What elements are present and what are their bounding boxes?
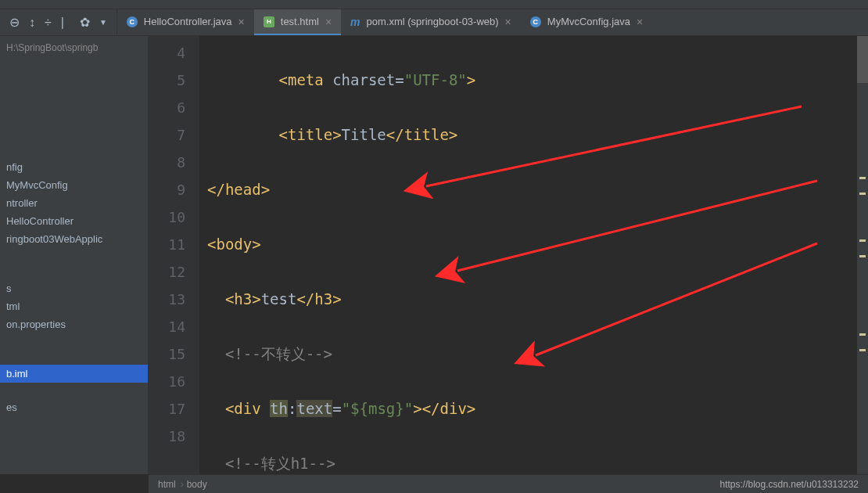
tab-label: MyMvcConfig.java <box>547 16 630 27</box>
html-icon: H <box>264 16 274 27</box>
xml-icon: m <box>350 16 360 28</box>
line-number: 7 <box>149 121 185 149</box>
scroll-mark <box>859 333 866 336</box>
java-icon: C <box>127 16 138 27</box>
editor-tabs: C HelloController.java × H test.html × m… <box>117 9 652 35</box>
dropdown-icon[interactable]: ▼ <box>99 18 107 27</box>
sidebar-item[interactable]: HelloController <box>0 212 148 230</box>
sidebar-item[interactable]: MyMvcConfig <box>0 176 148 194</box>
toolbar-icon-group: ⊖ ↕ ÷ | ✿ ▼ <box>0 9 117 35</box>
collapse-icon[interactable]: ⊖ <box>9 15 20 30</box>
tab-mymvcconfig[interactable]: C MyMvcConfig.java × <box>521 9 652 35</box>
scroll-mark <box>859 255 866 257</box>
line-number: 12 <box>149 258 185 286</box>
line-number: 17 <box>149 395 185 423</box>
project-path: H:\SpringBoot\springb <box>0 39 148 56</box>
line-number: 18 <box>149 423 185 450</box>
line-number: 9 <box>149 176 185 203</box>
sidebar-item[interactable]: b.iml <box>0 365 148 383</box>
crumb[interactable]: html <box>158 479 176 490</box>
main-area: H:\SpringBoot\springb nfig MyMvcConfig n… <box>0 36 868 474</box>
sidebar-item[interactable]: es <box>0 398 148 416</box>
line-number: 8 <box>149 149 185 176</box>
close-icon[interactable]: × <box>505 16 511 28</box>
divider: | <box>61 16 64 30</box>
expand-icon[interactable]: ↕ <box>29 16 35 30</box>
tab-label: HelloController.java <box>144 16 232 27</box>
line-gutter: 4 5 6 7 8 9 10 11 12 13 14 15 16 17 18 <box>149 36 199 474</box>
line-number: 14 <box>149 313 185 340</box>
line-number: 13 <box>149 286 185 313</box>
sidebar-item[interactable]: ntroller <box>0 194 148 212</box>
sidebar-item[interactable]: on.properties <box>0 315 148 333</box>
project-sidebar[interactable]: H:\SpringBoot\springb nfig MyMvcConfig n… <box>0 36 149 474</box>
breadcrumb-bar <box>0 0 868 9</box>
sidebar-item[interactable]: tml <box>0 297 148 315</box>
java-icon: C <box>530 16 541 27</box>
vertical-scrollbar[interactable] <box>857 36 868 474</box>
scroll-mark <box>859 193 866 195</box>
show-icon[interactable]: ÷ <box>45 16 52 30</box>
line-number: 6 <box>149 94 185 121</box>
editor[interactable]: 4 5 6 7 8 9 10 11 12 13 14 15 16 17 18 <… <box>149 36 868 474</box>
close-icon[interactable]: × <box>239 16 245 28</box>
line-number: 16 <box>149 368 185 395</box>
scroll-mark <box>859 177 866 179</box>
tab-pom-xml[interactable]: m pom.xml (springboot-03-web) × <box>341 9 521 35</box>
scroll-mark <box>859 239 866 242</box>
sidebar-item[interactable]: nfig <box>0 158 148 176</box>
toolbar: ⊖ ↕ ÷ | ✿ ▼ C HelloController.java × H t… <box>0 9 868 36</box>
sidebar-item[interactable]: ringboot03WebApplic <box>0 230 148 248</box>
line-number: 15 <box>149 340 185 368</box>
crumb[interactable]: body <box>187 479 207 490</box>
close-icon[interactable]: × <box>325 16 332 28</box>
scroll-thumb[interactable] <box>857 36 868 83</box>
close-icon[interactable]: × <box>637 16 643 28</box>
tab-label: test.html <box>281 16 319 27</box>
tab-test-html[interactable]: H test.html × <box>254 9 341 35</box>
breadcrumb[interactable]: html body <box>158 479 207 490</box>
code-content[interactable]: <meta charset="UTF-8"> <title>Title</tit… <box>199 36 868 474</box>
line-number: 5 <box>149 67 185 94</box>
watermark: https://blog.csdn.net/u013313232 <box>720 479 859 490</box>
gear-icon[interactable]: ✿ <box>80 15 90 30</box>
line-number: 4 <box>149 39 185 67</box>
line-number: 11 <box>149 231 185 258</box>
scroll-mark <box>859 349 866 351</box>
tab-label: pom.xml (springboot-03-web) <box>367 16 499 27</box>
tab-hello-controller[interactable]: C HelloController.java × <box>117 9 254 35</box>
status-bar: html body https://blog.csdn.net/u0133132… <box>149 474 868 493</box>
line-number: 10 <box>149 203 185 231</box>
sidebar-item[interactable]: s <box>0 279 148 297</box>
